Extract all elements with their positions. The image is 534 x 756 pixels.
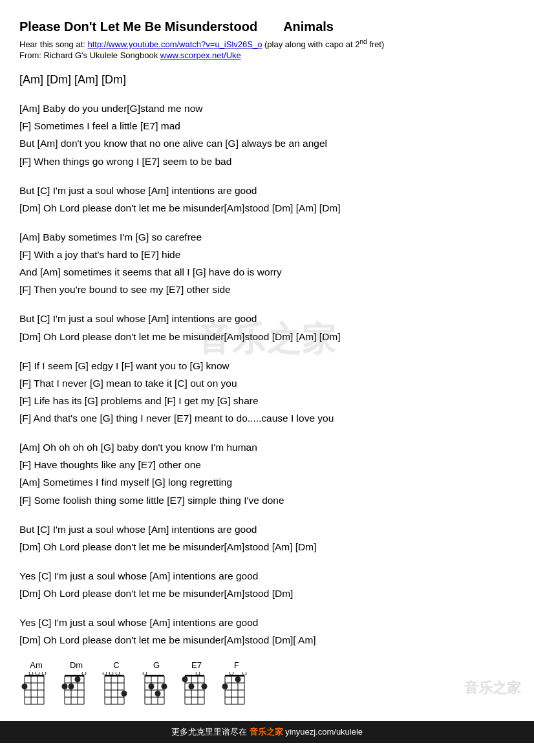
verse-line: But [Am] don't you know that no one aliv… bbox=[19, 135, 515, 152]
verse-line: [F] Sometimes I feel a little [E7] mad bbox=[19, 117, 515, 135]
chord-svg bbox=[140, 672, 173, 709]
verse-line: [Am] Sometimes I find myself [G] long re… bbox=[19, 473, 515, 491]
artist-name: Animals bbox=[283, 19, 334, 34]
watermark-logo: 音乐之家 bbox=[464, 678, 521, 698]
svg-point-50 bbox=[155, 691, 161, 697]
chord-svg bbox=[19, 672, 53, 709]
svg-point-25 bbox=[82, 672, 86, 675]
verse-7: Yes [C] I'm just a soul whose [Am] inten… bbox=[19, 567, 515, 602]
chord-diagram-g: G bbox=[140, 660, 173, 709]
verse-line: [F] Have thoughts like any [E7] other on… bbox=[19, 456, 515, 473]
svg-point-64 bbox=[202, 684, 208, 689]
chord-name-label: E7 bbox=[191, 660, 202, 670]
chord-name-label: F bbox=[234, 660, 239, 670]
svg-point-48 bbox=[143, 672, 147, 675]
verse-line: And [Am] sometimes it seems that all I [… bbox=[19, 263, 515, 281]
svg-point-9 bbox=[22, 684, 28, 689]
svg-point-11 bbox=[36, 672, 39, 675]
svg-point-24 bbox=[75, 676, 81, 682]
svg-point-76 bbox=[235, 676, 241, 682]
chord-diagrams-section: AmDmCGE7F bbox=[19, 660, 515, 709]
verse-6: But [C] I'm just a soul whose [Am] inten… bbox=[19, 521, 515, 556]
verse-line: But [C] I'm just a soul whose [Am] inten… bbox=[19, 310, 515, 327]
verse-line: [Am] Oh oh oh oh [G] baby don't you know… bbox=[19, 438, 515, 456]
verse-line: [Dm] Oh Lord please don't let me be misu… bbox=[19, 585, 515, 602]
verse-5: [Am] Oh oh oh oh [G] baby don't you know… bbox=[19, 438, 515, 509]
chord-diagram-c: C bbox=[100, 660, 133, 709]
verse-line: [F] Then you're bound to see my [E7] oth… bbox=[19, 281, 515, 298]
verse-line: [Dm] Oh Lord please don't let me be misu… bbox=[19, 538, 515, 556]
info-suffix: (play along with capo at 2 bbox=[262, 39, 359, 49]
verse-2: [Am] Baby sometimes I'm [G] so carefree[… bbox=[19, 228, 515, 299]
chord-svg bbox=[180, 672, 213, 709]
verse-line: [Am] Baby do you under[G]stand me now bbox=[19, 100, 515, 117]
svg-point-22 bbox=[62, 684, 68, 689]
verse-line: Yes [C] I'm just a soul whose [Am] inten… bbox=[19, 567, 515, 585]
svg-point-12 bbox=[42, 672, 46, 675]
verse-line: [F] When things go wrong I [E7] seem to … bbox=[19, 153, 515, 170]
verse-line: [F] That I never [G] mean to take it [C]… bbox=[19, 374, 515, 392]
chord-diagram-am: Am bbox=[19, 660, 53, 709]
chord-svg bbox=[220, 672, 253, 709]
verse-line: [Am] Baby sometimes I'm [G] so carefree bbox=[19, 228, 515, 246]
svg-point-49 bbox=[149, 684, 155, 689]
info-url[interactable]: http://www.youtube.com/watch?v=u_iSlv26S… bbox=[88, 39, 262, 49]
verse-line: [Dm] Oh Lord please don't let me be misu… bbox=[19, 199, 515, 217]
svg-point-36 bbox=[109, 672, 113, 675]
svg-point-61 bbox=[182, 676, 188, 682]
verse-8: Yes [C] I'm just a soul whose [Am] inten… bbox=[19, 614, 515, 649]
source-url[interactable]: www.scorpex.net/Uke bbox=[160, 50, 241, 60]
title-row: Please Don't Let Me Be Misunderstood Ani… bbox=[19, 19, 515, 34]
verse-3: But [C] I'm just a soul whose [Am] inten… bbox=[19, 310, 515, 345]
verse-line: [F] Some foolish thing some little [E7] … bbox=[19, 491, 515, 509]
svg-point-10 bbox=[29, 672, 33, 675]
info-prefix: Hear this song at: bbox=[19, 39, 88, 49]
verse-line: [Dm] Oh Lord please don't let me be misu… bbox=[19, 328, 515, 345]
chord-intro: [Am] [Dm] [Am] [Dm] bbox=[19, 70, 515, 89]
svg-point-74 bbox=[222, 684, 228, 689]
verse-line: Yes [C] I'm just a soul whose [Am] inten… bbox=[19, 614, 515, 631]
footer-bar: 更多尤克里里谱尽在 音乐之家 yinyuezj.com/ukulele bbox=[0, 721, 534, 743]
footer-prefix: 更多尤克里里谱尽在 bbox=[171, 727, 250, 737]
chord-diagram-dm: Dm bbox=[59, 660, 93, 709]
verse-line: But [C] I'm just a soul whose [Am] inten… bbox=[19, 182, 515, 199]
svg-point-75 bbox=[230, 672, 233, 675]
svg-point-38 bbox=[122, 691, 127, 697]
page-content: Please Don't Let Me Be Misunderstood Ani… bbox=[0, 0, 534, 721]
footer-highlight: 音乐之家 bbox=[250, 727, 283, 737]
verse-0: [Am] Baby do you under[G]stand me now[F]… bbox=[19, 100, 515, 170]
capo-sup: nd bbox=[359, 38, 367, 45]
verse-4: [F] If I seem [G] edgy I [F] want you to… bbox=[19, 357, 515, 427]
verse-line: [F] Life has its [G] problems and [F] I … bbox=[19, 392, 515, 409]
chord-diagrams-row: AmDmCGE7F bbox=[19, 660, 515, 709]
svg-point-35 bbox=[103, 672, 107, 675]
svg-point-63 bbox=[196, 672, 200, 675]
chord-svg bbox=[100, 672, 133, 709]
verses-container: [Am] Baby do you under[G]stand me now[F]… bbox=[19, 100, 515, 649]
chord-name-label: G bbox=[153, 660, 160, 670]
chord-name-label: Dm bbox=[70, 660, 83, 670]
svg-point-23 bbox=[69, 684, 74, 689]
verse-line: [F] And that's one [G] thing I never [E7… bbox=[19, 409, 515, 427]
footer-mid: yinyuezj.com/ukulele bbox=[283, 727, 363, 737]
source-row: From: Richard G's Ukulele Songbook www.s… bbox=[19, 50, 515, 60]
source-prefix: From: Richard G's Ukulele Songbook bbox=[19, 50, 160, 60]
verse-line: [Dm] Oh Lord please don't let me be misu… bbox=[19, 631, 515, 649]
chord-diagram-e7: E7 bbox=[180, 660, 213, 709]
song-title: Please Don't Let Me Be Misunderstood bbox=[19, 19, 257, 34]
info-row: Hear this song at: http://www.youtube.co… bbox=[19, 38, 515, 49]
verse-line: But [C] I'm just a soul whose [Am] inten… bbox=[19, 521, 515, 538]
chord-diagram-f: F bbox=[220, 660, 253, 709]
chord-name-label: C bbox=[113, 660, 119, 670]
verse-line: [F] If I seem [G] edgy I [F] want you to… bbox=[19, 357, 515, 374]
verse-line: [F] With a joy that's hard to [E7] hide bbox=[19, 246, 515, 263]
svg-point-62 bbox=[189, 684, 195, 689]
svg-point-37 bbox=[116, 672, 120, 675]
chord-name-label: Am bbox=[30, 660, 43, 670]
verse-1: But [C] I'm just a soul whose [Am] inten… bbox=[19, 182, 515, 217]
svg-point-77 bbox=[242, 672, 246, 675]
svg-point-51 bbox=[162, 684, 167, 689]
chord-svg bbox=[59, 672, 93, 709]
info-suffix2: fret) bbox=[367, 39, 385, 49]
